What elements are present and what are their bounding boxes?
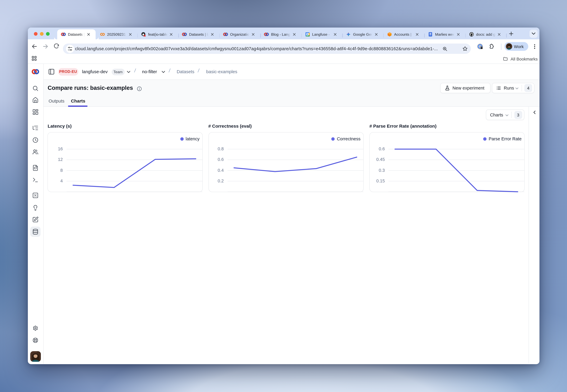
svg-text:6: 6 (307, 33, 308, 35)
